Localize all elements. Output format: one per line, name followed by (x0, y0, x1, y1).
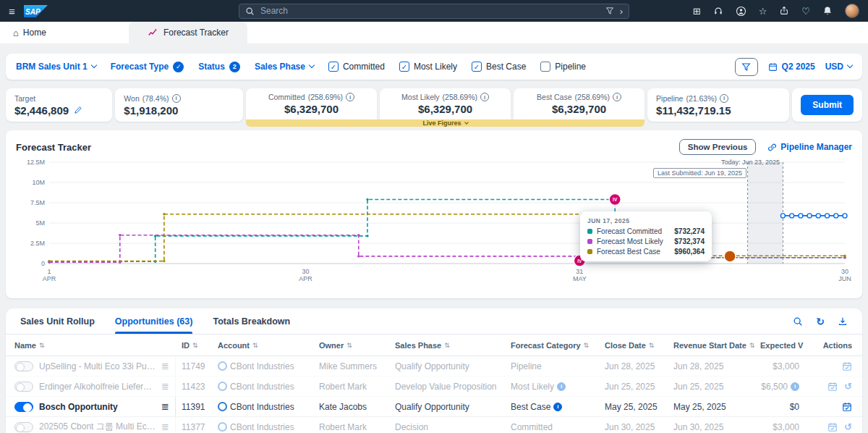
col-sales-phase[interactable]: Sales Phase⇅ (389, 335, 505, 356)
row-menu-icon[interactable]: ≣ (161, 381, 169, 392)
edit-target-icon[interactable] (74, 106, 82, 114)
opportunity-id: 11749 (176, 356, 212, 376)
sales-phase-value: Develop Value Proposition (389, 377, 505, 396)
schedule-action-icon[interactable] (842, 402, 852, 412)
account-name: CBont Industries (230, 422, 294, 432)
sales-phase-select[interactable]: Sales Phase (255, 62, 314, 72)
kpi-strip: Target $2,446,809 Won(78.4%)i $1,918,200… (6, 88, 862, 122)
table-row[interactable]: UpSelling - Multi Eco 33i Pump≣ 11749 CB… (6, 356, 862, 377)
forecast-category-value: Pipeline (505, 356, 599, 376)
quarter-select[interactable]: Q2 2025 (768, 62, 815, 72)
search-expand-icon[interactable]: › (620, 6, 623, 17)
tooltip-row-most-likely: Forecast Most Likely$732,374 (587, 237, 705, 245)
nav-home[interactable]: ⌂ Home (0, 22, 59, 43)
chevron-down-icon (464, 120, 469, 125)
menu-icon[interactable]: ≡ (9, 6, 15, 17)
info-icon[interactable]: i (553, 403, 562, 411)
tab-sales-unit-rollup[interactable]: Sales Unit Rollup (20, 308, 95, 334)
col-owner[interactable]: Owner⇅ (313, 335, 389, 356)
include-toggle[interactable] (14, 402, 33, 412)
forecast-type-filter[interactable]: Forecast Type✓ (111, 62, 184, 72)
revenue-start-date-value: May 25, 2025 (668, 397, 754, 416)
table-row[interactable]: 202505 Cbont 그룹 Multi Eco 파이...≣ 11377 C… (6, 417, 862, 433)
sales-phase-value: Qualify Opportunity (389, 356, 505, 376)
search-input[interactable] (260, 6, 600, 16)
sales-unit-select[interactable]: BRM Sales Unit 1 (16, 62, 96, 72)
tab-totals-breakdown[interactable]: Totals Breakdown (213, 308, 290, 334)
search-filter-icon[interactable] (605, 7, 614, 15)
svg-text:2.5M: 2.5M (30, 240, 45, 247)
currency-select[interactable]: USD (825, 62, 852, 72)
shell-actions: ⊞ ☆ ♡ (693, 4, 859, 18)
col-name[interactable]: Name⇅ (6, 335, 176, 356)
col-account[interactable]: Account⇅ (212, 335, 313, 356)
most-likely-swatch (587, 239, 592, 244)
col-revenue-start-date[interactable]: Revenue Start Date⇅ (668, 335, 754, 356)
pipeline-manager-link[interactable]: Pipeline Manager (767, 142, 852, 152)
schedule-action-icon[interactable] (827, 382, 838, 392)
table-refresh-icon[interactable]: ↻ (816, 316, 825, 327)
row-menu-icon[interactable]: ≣ (161, 401, 169, 412)
reset-action-icon[interactable]: ↺ (844, 382, 852, 391)
opportunities-card: Sales Unit Rollup Opportunities (63) Tot… (6, 308, 862, 433)
checkbox-best-case[interactable]: ✓Best Case (472, 62, 526, 72)
table-row[interactable]: Erdinger Alkoholfreie Lieferung≣ 11423 C… (6, 377, 862, 397)
checkbox-pipeline[interactable]: ✓Pipeline (540, 62, 586, 72)
col-forecast-category[interactable]: Forecast Category⇅ (505, 335, 599, 356)
checkbox-committed[interactable]: ✓Committed (328, 62, 385, 72)
expected-value: $6,500 (761, 382, 788, 392)
include-toggle[interactable] (14, 382, 33, 392)
submit-button[interactable]: Submit (801, 95, 854, 115)
account-icon (218, 361, 227, 371)
adapt-filters-button[interactable] (735, 58, 758, 76)
opportunity-id: 11391 (176, 397, 212, 416)
table-export-icon[interactable] (838, 316, 848, 327)
svg-text:MAY: MAY (573, 275, 587, 282)
info-icon[interactable]: i (613, 93, 621, 101)
kpi-best-case: Best Case(258.69%)i $6,329,700 (514, 88, 644, 119)
schedule-action-icon[interactable] (827, 422, 838, 432)
info-icon[interactable]: i (172, 94, 181, 103)
include-toggle[interactable] (14, 422, 33, 432)
live-figures-banner[interactable]: Live Figures (246, 119, 644, 127)
assistant-icon[interactable] (736, 6, 746, 17)
reset-action-icon[interactable]: ↺ (844, 422, 852, 432)
info-icon[interactable]: i (791, 382, 799, 391)
star-icon[interactable]: ☆ (759, 7, 767, 16)
opportunity-id: 11423 (176, 377, 212, 396)
col-expected-value[interactable]: Expected V⇅ (754, 335, 805, 356)
user-avatar[interactable] (845, 4, 859, 18)
kpi-committed: Committed(258.69%)i $6,329,700 (246, 88, 377, 119)
tab-opportunities[interactable]: Opportunities (63) (115, 308, 193, 334)
bell-icon[interactable] (822, 6, 833, 16)
quarter-label: Q2 2025 (782, 62, 815, 72)
table-row[interactable]: Bosch Opportunity≣ 11391 CBont Industrie… (6, 397, 862, 417)
col-id[interactable]: ID⇅ (176, 335, 212, 356)
share-icon[interactable] (779, 6, 789, 16)
grid-icon[interactable]: ⊞ (693, 7, 701, 16)
chart-tooltip: JUN 17, 2025 Forecast Committed$732,274 … (580, 211, 712, 261)
expected-value: $3,000 (754, 417, 805, 433)
info-icon[interactable]: i (720, 94, 728, 103)
info-icon[interactable]: i (480, 93, 489, 101)
checkbox-most-likely[interactable]: ✓Most Likely (399, 62, 457, 72)
revenue-start-date-value: Jun 25, 2025 (668, 377, 754, 396)
show-previous-button[interactable]: Show Previous (679, 139, 756, 155)
info-icon[interactable]: i (557, 382, 566, 391)
tab-forecast-tracker[interactable]: Forecast Tracker (129, 22, 247, 43)
search-bar[interactable]: › (239, 4, 629, 19)
row-menu-icon[interactable]: ≣ (161, 421, 169, 432)
table-search-icon[interactable] (793, 316, 803, 327)
forecast-chart[interactable]: 12.5M10M7.5M5M2.5M01APR30APR31MAY30JUNIV… (16, 158, 852, 284)
forecast-category-value: Committed (505, 417, 599, 433)
close-date-value: Jun 25, 2025 (599, 377, 668, 396)
heart-icon[interactable]: ♡ (801, 7, 810, 16)
col-close-date[interactable]: Close Date⇅ (599, 335, 668, 356)
info-icon[interactable]: i (346, 93, 354, 101)
sap-logo[interactable]: SAP (24, 5, 48, 17)
headset-icon[interactable] (713, 6, 723, 16)
schedule-action-icon[interactable] (842, 361, 852, 371)
status-filter[interactable]: Status2 (198, 62, 240, 72)
row-menu-icon[interactable]: ≣ (161, 361, 169, 371)
include-toggle[interactable] (14, 361, 33, 371)
